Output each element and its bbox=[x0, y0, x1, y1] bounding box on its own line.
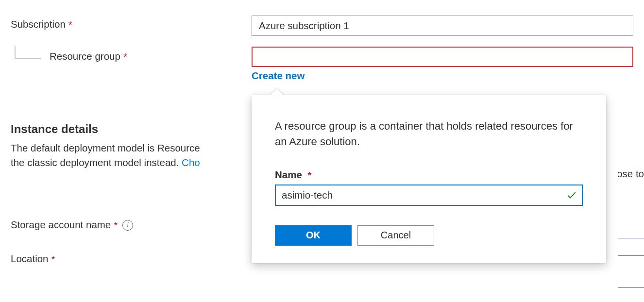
storage-account-label-text: Storage account name bbox=[11, 219, 111, 231]
popover-name-label: Name * bbox=[275, 169, 583, 181]
subscription-row: Subscription * Azure subscription 1 bbox=[11, 16, 633, 36]
ok-button[interactable]: OK bbox=[275, 225, 352, 246]
popover-name-label-text: Name bbox=[275, 169, 302, 180]
resource-group-row: Resource group * Create new bbox=[11, 47, 633, 82]
location-label-text: Location bbox=[11, 253, 49, 265]
required-asterisk: * bbox=[51, 253, 55, 265]
subscription-label: Subscription * bbox=[11, 18, 72, 30]
popover-description: A resource group is a container that hol… bbox=[275, 118, 583, 150]
popover-button-row: OK Cancel bbox=[275, 225, 583, 246]
subscription-select[interactable]: Azure subscription 1 bbox=[252, 16, 633, 36]
field-underline bbox=[618, 238, 644, 238]
location-label: Location * bbox=[11, 253, 55, 265]
required-asterisk: * bbox=[308, 169, 312, 181]
desc-part2: the classic deployment model instead. bbox=[11, 157, 182, 168]
required-asterisk: * bbox=[114, 219, 118, 231]
required-asterisk: * bbox=[123, 51, 127, 63]
desc-part1: The default deployment model is Resource bbox=[11, 142, 200, 153]
overflow-text-fragment: ose to bbox=[618, 168, 644, 180]
create-resource-group-popover: A resource group is a container that hol… bbox=[252, 95, 606, 263]
subscription-label-text: Subscription bbox=[11, 18, 66, 30]
desc-link[interactable]: Cho bbox=[182, 157, 200, 168]
popover-name-input-wrap bbox=[275, 185, 583, 206]
tree-branch-icon bbox=[15, 46, 41, 59]
checkmark-icon bbox=[566, 190, 577, 201]
storage-account-label: Storage account name * i bbox=[11, 219, 133, 231]
field-underline bbox=[618, 255, 644, 256]
subscription-value: Azure subscription 1 bbox=[259, 20, 349, 32]
create-new-link[interactable]: Create new bbox=[252, 70, 305, 82]
info-icon[interactable]: i bbox=[122, 220, 133, 231]
resource-group-select[interactable] bbox=[252, 47, 633, 67]
cancel-button[interactable]: Cancel bbox=[357, 225, 434, 246]
resource-group-name-input[interactable] bbox=[275, 185, 583, 206]
resource-group-label-text: Resource group bbox=[50, 50, 120, 62]
required-asterisk: * bbox=[68, 19, 72, 31]
field-underline bbox=[618, 287, 644, 288]
resource-group-label: Resource group * bbox=[50, 50, 127, 63]
